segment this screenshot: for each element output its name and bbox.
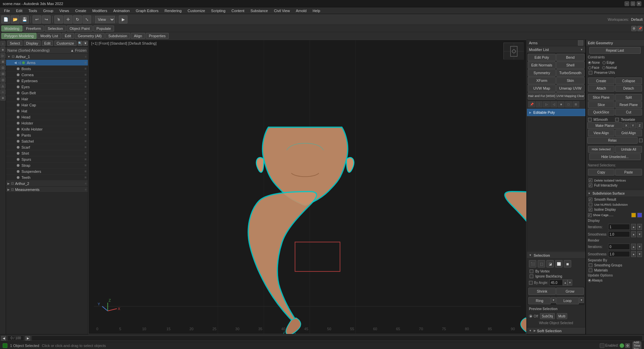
max-script-icon[interactable]	[3, 343, 7, 348]
mod-paste-icon[interactable]: ▷	[543, 101, 550, 107]
scene-filter-icon[interactable]: ▼	[83, 41, 88, 46]
relax-checkbox[interactable]	[639, 139, 643, 142]
left-icon-1[interactable]: ↕	[0, 41, 6, 46]
detach-button[interactable]: Detach	[615, 85, 642, 92]
scene-item-boots[interactable]: Boots ≡	[6, 66, 88, 72]
mod-pin-icon[interactable]: 📌	[528, 101, 535, 107]
by-angle-input[interactable]	[549, 280, 563, 286]
object-paint-tab[interactable]: Object Paint	[67, 26, 93, 32]
attach-button[interactable]: Attach	[588, 85, 615, 92]
open-button[interactable]: 📂	[11, 15, 19, 23]
scene-item-spurs[interactable]: Spurs ≡	[6, 156, 88, 162]
scene-item-eyes[interactable]: Eyes ≡	[6, 84, 88, 90]
by-vertex-checkbox[interactable]	[530, 269, 533, 273]
menu-item-scripting[interactable]: Scripting	[208, 7, 228, 14]
unhideall-button[interactable]: Unhide All	[615, 146, 642, 153]
render-smoothness-spin-up[interactable]: ▲	[631, 251, 636, 257]
y-button[interactable]: Y	[630, 122, 636, 129]
left-icon-4[interactable]: ⊞	[0, 59, 6, 64]
menu-item-substance[interactable]: Substance	[248, 7, 271, 14]
split-button[interactable]: Split	[615, 94, 642, 101]
left-icon-3[interactable]: ▷	[0, 53, 6, 58]
left-icon-2[interactable]: ◈	[0, 47, 6, 52]
selection-header[interactable]: Selection	[527, 252, 585, 259]
modify-list-btn[interactable]: Modify List	[37, 33, 61, 39]
left-icon-7[interactable]: ◎	[0, 77, 6, 83]
unwrapuvw-button[interactable]: Unwrap UVW	[556, 85, 584, 92]
menu-item-edit[interactable]: Edit	[13, 7, 25, 14]
multi-button[interactable]: Multi	[557, 313, 567, 319]
menu-item-group[interactable]: Group	[40, 7, 56, 14]
copy-button[interactable]: Copy	[588, 169, 615, 176]
menu-item-civil-view[interactable]: Civil View	[271, 7, 292, 14]
geometry-all-btn[interactable]: Geometry (All)	[75, 33, 105, 39]
loop-button[interactable]: Loop	[556, 297, 579, 304]
scene-search-icon[interactable]: 🔍	[78, 41, 83, 46]
tesselate-checkbox[interactable]	[615, 118, 619, 121]
vertex-select-icon[interactable]: ⬛	[529, 260, 536, 267]
gridalign-button[interactable]: Grid Align	[615, 130, 642, 136]
delete-isolated-checkbox[interactable]	[589, 179, 592, 182]
sub-toolbar-pin[interactable]: 📌	[637, 26, 643, 31]
scene-customize-btn[interactable]: Customize	[54, 41, 76, 46]
scene-item-shirt[interactable]: Shirt ≡	[6, 150, 88, 156]
sub-toolbar-settings[interactable]: ⚙	[631, 26, 637, 31]
scale-button[interactable]: ⤡	[83, 15, 91, 23]
cut-button[interactable]: Cut	[615, 109, 642, 115]
by-angle-spin-up[interactable]: ▲	[563, 280, 568, 286]
left-icon-5[interactable]: ⊡	[0, 65, 6, 70]
mssmooth-checkbox[interactable]	[588, 118, 592, 121]
timeline-slider[interactable]	[32, 336, 643, 341]
scene-item-scarf[interactable]: Scarf ≡	[6, 144, 88, 150]
relax-button[interactable]: Relax	[587, 137, 638, 144]
scene-item-pants[interactable]: Pants ≡	[6, 132, 88, 138]
menu-item-arnold[interactable]: Arnold	[293, 7, 309, 14]
rotate-button[interactable]: ↻	[73, 15, 82, 23]
hideselected-button[interactable]: Hide Selected	[588, 146, 615, 153]
timeline-back-btn[interactable]: ◀	[1, 336, 6, 341]
resetplane-button[interactable]: Reset Plane	[615, 101, 642, 108]
z-button[interactable]: Z	[637, 122, 643, 129]
render-smoothness-input[interactable]	[608, 251, 630, 257]
quickslice-button[interactable]: QuickSlice	[588, 109, 615, 115]
scene-group-arthur1[interactable]: ▼ ⊡ Arthur_1 ≡	[6, 54, 88, 60]
makeplanar-button[interactable]: Make Planar	[587, 122, 623, 129]
mod-copy-icon[interactable]: ⋮	[536, 101, 542, 107]
shrink-button[interactable]: Shrink	[528, 288, 556, 295]
element-select-icon[interactable]: ◼	[564, 260, 571, 267]
subobj-button[interactable]: SubObj	[540, 313, 554, 319]
mod-move-up-icon[interactable]: ■	[558, 101, 565, 107]
smooth-result-checkbox[interactable]	[589, 198, 592, 201]
cage-color-1[interactable]	[631, 213, 636, 217]
materials-checkbox[interactable]	[589, 268, 592, 272]
enabled-icon[interactable]	[600, 343, 604, 348]
mod-config-icon[interactable]: ⊞	[573, 101, 579, 107]
iterations-spin-down[interactable]: ▼	[637, 224, 642, 230]
populate-tab[interactable]: Populate	[93, 26, 114, 32]
viewalign-button[interactable]: View Align	[588, 130, 615, 136]
modeling-tab[interactable]: Modeling	[1, 26, 22, 32]
symmetry-button[interactable]: Symmetry	[528, 69, 556, 77]
menu-item-tools[interactable]: Tools	[26, 7, 40, 14]
render-smoothness-spin-down[interactable]: ▼	[637, 251, 642, 257]
scene-item-knifeholster[interactable]: Knife Holster ≡	[6, 126, 88, 132]
scene-item-arms[interactable]: ◀ ◁ Arms ≡	[6, 60, 88, 66]
menu-item-customize[interactable]: Customize	[185, 7, 208, 14]
scene-edit-btn[interactable]: Edit	[42, 41, 53, 46]
align-btn[interactable]: Align	[131, 33, 145, 39]
create-button[interactable]: Create	[588, 78, 615, 84]
menu-item-modifiers[interactable]: Modifiers	[90, 7, 110, 14]
hairfur-button[interactable]: Hair and Fur (WSM)	[528, 92, 556, 100]
paste-button[interactable]: Paste	[615, 169, 642, 176]
render-iterations-spin-up[interactable]: ▲	[631, 244, 636, 250]
preserve-uvs-checkbox[interactable]	[589, 71, 592, 74]
full-interactivity-checkbox[interactable]	[589, 184, 592, 187]
uvwmap-button[interactable]: UVW Map	[528, 85, 556, 92]
scene-select-btn[interactable]: Select	[7, 41, 22, 46]
by-angle-checkbox[interactable]	[529, 281, 533, 285]
menu-item-file[interactable]: File	[1, 7, 13, 14]
menu-item-views[interactable]: Views	[57, 7, 72, 14]
left-icon-10[interactable]: ⊕	[0, 95, 6, 101]
view-dropdown[interactable]: View	[95, 16, 115, 23]
redo-button[interactable]: ↪	[42, 15, 51, 23]
